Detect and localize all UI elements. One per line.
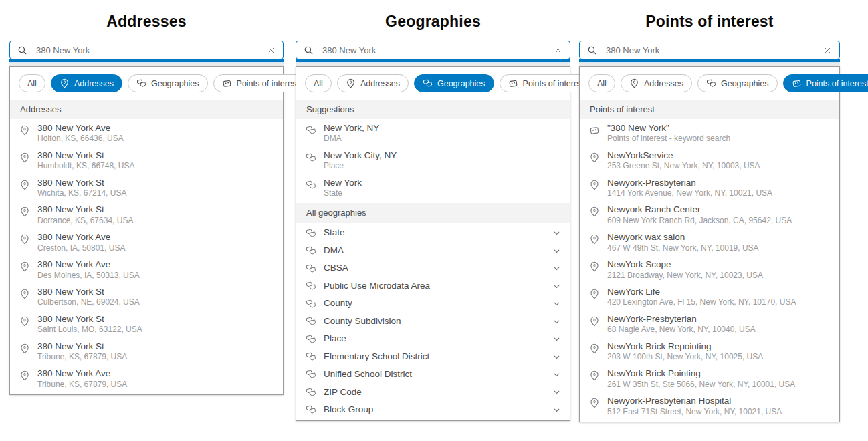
search-input[interactable] [314, 45, 554, 55]
item-title: Place [324, 333, 346, 344]
geo-icon [706, 78, 716, 88]
filter-pill[interactable]: Addresses [621, 74, 692, 92]
search-input[interactable] [597, 45, 823, 55]
result-item[interactable]: 380 New York Ave Creston, IA, 50801, USA [10, 229, 283, 257]
item-subtitle: 467 W 49th St, New York, NY, 10019, USA [607, 243, 759, 253]
geography-category-row[interactable]: Public Use Microdata Area [296, 277, 570, 295]
result-item[interactable]: "380 New York" Points of interest - keyw… [580, 120, 839, 148]
search-icon [304, 45, 314, 55]
search-results-dropdown: All Addresses Geographies Points of inte… [296, 66, 570, 421]
result-item[interactable]: New York City, NY Place [296, 148, 570, 175]
pin-icon [589, 152, 600, 163]
geography-category-row[interactable]: Place [296, 330, 570, 347]
geography-category-row[interactable]: County [296, 295, 570, 312]
result-item[interactable]: NewYork-Presbyterian 68 Nagle Ave, New Y… [580, 311, 839, 339]
geography-category-row[interactable]: Block Group [296, 401, 570, 418]
pin-icon [589, 398, 600, 408]
result-item[interactable]: 380 New York Ave Des Moines, IA, 50313, … [10, 257, 283, 284]
clear-search-icon[interactable] [823, 46, 832, 55]
result-item[interactable]: 380 New York St Humboldt, KS, 66748, USA [10, 148, 283, 175]
clear-search-icon[interactable] [267, 46, 276, 55]
filter-pill[interactable]: All [305, 74, 332, 92]
pill-label: Points of interest [806, 79, 868, 88]
pin-icon [19, 370, 30, 381]
chevron-down-icon[interactable] [552, 228, 562, 238]
item-title: Newyork wax salon [607, 232, 759, 243]
chevron-down-icon[interactable] [552, 299, 562, 309]
filter-pill[interactable]: Geographies [697, 74, 778, 92]
pin-icon [589, 234, 600, 245]
item-title: "380 New York" [607, 123, 730, 134]
search-box[interactable] [9, 41, 284, 59]
item-title: Block Group [324, 404, 373, 415]
chevron-down-icon[interactable] [552, 352, 562, 362]
filter-pill[interactable]: Addresses [51, 74, 122, 92]
geography-category-row[interactable]: County Subdivision [296, 313, 570, 330]
item-subtitle: Humboldt, KS, 66748, USA [37, 161, 134, 171]
result-item[interactable]: Newyork wax salon 467 W 49th St, New Yor… [580, 229, 839, 257]
search-results-dropdown: All Addresses Geographies Points of inte… [9, 66, 284, 395]
clear-search-icon[interactable] [554, 46, 562, 55]
chevron-down-icon[interactable] [552, 387, 562, 397]
filter-pill[interactable]: Points of interest [213, 74, 308, 92]
poi-icon [222, 78, 232, 88]
pill-label: Addresses [644, 79, 683, 88]
pill-label: Points of interest [523, 79, 585, 88]
pill-label: All [597, 79, 607, 88]
filter-pill[interactable]: Points of interest [783, 74, 868, 92]
result-item[interactable]: New York State [296, 175, 570, 202]
chevron-down-icon[interactable] [552, 263, 562, 273]
item-title: 380 New York Ave [37, 368, 127, 379]
item-subtitle: Points of interest - keyword search [607, 134, 730, 144]
item-subtitle: 253 Greene St, New York, NY, 10003, USA [607, 161, 760, 171]
result-item[interactable]: NewYork Life 420 Lexington Ave, Fl 15, N… [580, 284, 839, 311]
all-geographies-list: State DMA CBSA [296, 223, 570, 420]
geo-icon [306, 351, 316, 362]
search-box[interactable] [579, 41, 840, 59]
result-item[interactable]: 380 New York St Tribune, KS, 67879, USA [10, 339, 283, 366]
result-item[interactable]: 380 New York St Saint Louis, MO, 63122, … [10, 311, 283, 339]
result-item[interactable]: NewYork Brick Repointing 203 W 100th St,… [580, 339, 839, 366]
filter-pill[interactable]: All [19, 74, 45, 92]
chevron-down-icon[interactable] [552, 317, 562, 327]
filter-pill[interactable]: Geographies [128, 74, 208, 92]
filter-pill[interactable]: All [588, 74, 615, 92]
chevron-down-icon[interactable] [552, 405, 562, 415]
result-item[interactable]: NewYorkService 253 Greene St, New York, … [580, 148, 839, 175]
result-item[interactable]: 380 New York St Culbertson, NE, 69024, U… [10, 284, 283, 311]
search-box[interactable] [296, 41, 570, 59]
chevron-down-icon[interactable] [552, 246, 562, 256]
chevron-down-icon[interactable] [552, 281, 562, 291]
filter-pill[interactable]: Geographies [414, 74, 494, 92]
item-subtitle: Place [324, 161, 397, 171]
result-item[interactable]: Newyork-Presbyterian 1414 York Avenue, N… [580, 175, 839, 202]
search-input[interactable] [27, 45, 267, 55]
result-item[interactable]: Newyork Ranch Center 609 New York Ranch … [580, 202, 839, 229]
item-subtitle: Wichita, KS, 67214, USA [37, 188, 126, 198]
search-results-dropdown: All Addresses Geographies Points of inte… [579, 66, 840, 422]
geography-category-row[interactable]: Unified School District [296, 365, 570, 383]
geo-icon [136, 78, 146, 88]
item-title: State [324, 227, 345, 238]
result-item[interactable]: 380 New York St Dorrance, KS, 67634, USA [10, 202, 283, 229]
result-item[interactable]: 380 New York Ave Holton, KS, 66436, USA [10, 120, 283, 148]
pin-icon [60, 78, 70, 88]
geography-category-row[interactable]: State [296, 224, 570, 241]
result-item[interactable]: New York, NY DMA [296, 120, 570, 148]
chevron-down-icon[interactable] [552, 334, 562, 344]
geography-category-row[interactable]: Elementary School District [296, 348, 570, 365]
item-subtitle: 609 New York Ranch Rd, Jackson, CA, 9564… [607, 216, 792, 226]
geography-category-row[interactable]: ZIP Code [296, 384, 570, 401]
search-demo-panel-addresses: Addresses All Addresses Geographies Poin… [9, 0, 284, 395]
result-item[interactable]: Newyork-Presbyterian Hospital 512 East 7… [580, 393, 839, 420]
result-item[interactable]: NewYork Brick Pointing 261 W 35th St, St… [580, 365, 839, 393]
item-subtitle: Saint Louis, MO, 63122, USA [37, 325, 142, 335]
filter-pill[interactable]: Addresses [337, 74, 409, 92]
result-item[interactable]: 380 New York St Wichita, KS, 67214, USA [10, 175, 283, 202]
geo-icon [306, 263, 316, 274]
geography-category-row[interactable]: CBSA [296, 259, 570, 277]
result-item[interactable]: 380 New York Ave Tribune, KS, 67879, USA [10, 365, 283, 393]
result-item[interactable]: NewYork Scope 2121 Broadway, New York, N… [580, 257, 839, 284]
chevron-down-icon[interactable] [552, 370, 562, 380]
geography-category-row[interactable]: DMA [296, 242, 570, 259]
